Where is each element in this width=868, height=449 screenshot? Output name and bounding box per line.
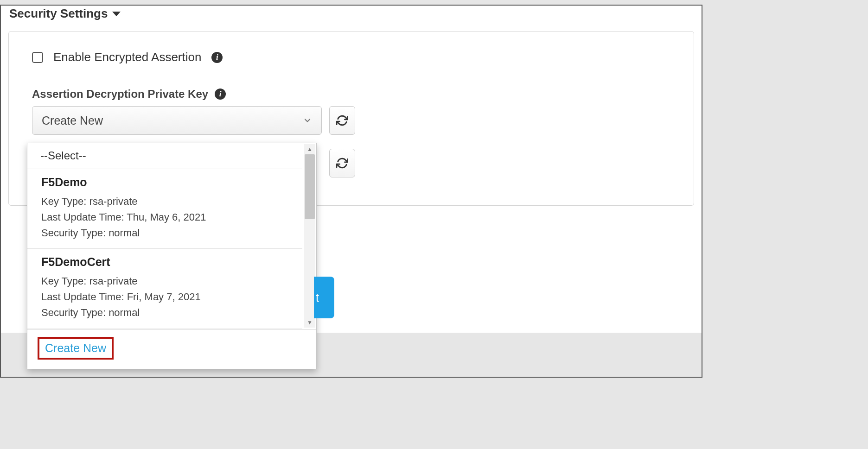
section-title: Security Settings: [9, 6, 108, 21]
refresh-button[interactable]: [329, 149, 355, 177]
assertion-key-select[interactable]: Create New: [32, 106, 322, 135]
section-header[interactable]: Security Settings: [5, 5, 698, 27]
assertion-key-field-label: Assertion Decryption Private Key: [32, 88, 208, 101]
enable-encrypted-assertion-label: Enable Encrypted Assertion: [53, 50, 201, 64]
option-title: F5DemoCert: [41, 255, 288, 269]
caret-down-icon: [112, 12, 121, 16]
select-value: Create New: [42, 114, 103, 127]
option-title: F5Demo: [41, 176, 288, 189]
refresh-button[interactable]: [329, 106, 355, 135]
chevron-down-icon: [303, 116, 312, 125]
create-new-button[interactable]: Create New: [38, 337, 114, 360]
info-icon[interactable]: i: [215, 89, 226, 100]
scrollbar-thumb[interactable]: [305, 154, 315, 219]
scrollbar-down-icon[interactable]: ▼: [307, 317, 313, 328]
assertion-key-dropdown: --Select-- F5Demo Key Type: rsa-private …: [27, 143, 317, 369]
next-button[interactable]: t: [314, 277, 334, 318]
scrollbar-up-icon[interactable]: ▲: [307, 144, 313, 154]
info-icon[interactable]: i: [211, 52, 223, 63]
dropdown-option-f5democert[interactable]: F5DemoCert Key Type: rsa-private Last Up…: [27, 248, 302, 328]
refresh-icon: [336, 157, 348, 169]
refresh-icon: [336, 114, 348, 126]
dropdown-placeholder-option[interactable]: --Select--: [27, 143, 302, 169]
dropdown-option-f5demo[interactable]: F5Demo Key Type: rsa-private Last Update…: [27, 169, 302, 248]
enable-encrypted-assertion-checkbox[interactable]: [32, 52, 43, 63]
